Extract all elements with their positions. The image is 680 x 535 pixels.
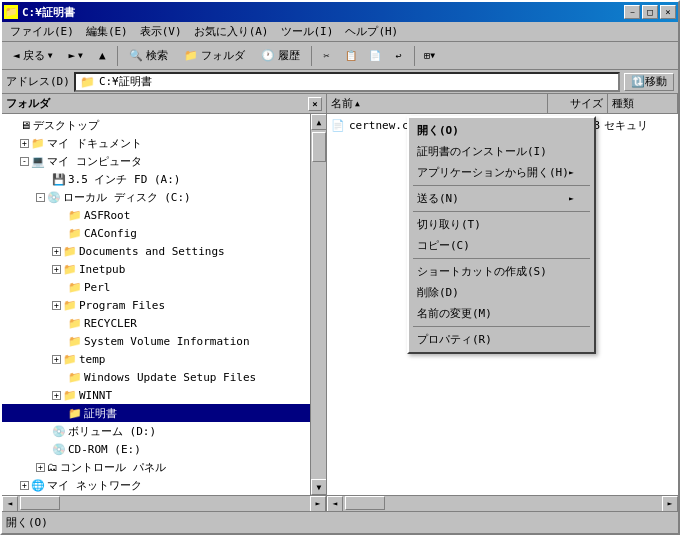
vscroll-up-btn[interactable]: ▲ <box>311 114 326 130</box>
sidebar-item-floppy[interactable]: 💾 3.5 インチ FD (A:) <box>2 170 310 188</box>
sidebar-item-progfiles[interactable]: + 📁 Program Files <box>2 296 310 314</box>
sidebar-item-mynet[interactable]: + 🌐 マイ ネットワーク <box>2 476 310 494</box>
ctx-sep-4 <box>413 326 590 327</box>
maximize-button[interactable]: □ <box>642 5 658 19</box>
menu-edit[interactable]: 編集(E) <box>80 22 134 41</box>
hscroll-thumb-files[interactable] <box>345 496 385 510</box>
address-input-field[interactable]: 📁 C:¥証明書 <box>74 72 620 92</box>
ctx-open[interactable]: 開く(O) <box>409 120 594 141</box>
history-label: 履歴 <box>278 48 300 63</box>
folder-tree[interactable]: 🖥 デスクトップ + 📁 マイ ドキュメント - 💻 <box>2 114 310 495</box>
sidebar-item-winupdate[interactable]: 📁 Windows Update Setup Files <box>2 368 310 386</box>
sidebar-item-cdrome[interactable]: 💿 CD-ROM (E:) <box>2 440 310 458</box>
sidebar-item-temp[interactable]: + 📁 temp <box>2 350 310 368</box>
expand-mycomp[interactable]: - <box>20 157 29 166</box>
col-header-type[interactable]: 種類 <box>608 94 678 113</box>
expand-progfiles[interactable]: + <box>52 301 61 310</box>
sidebar-label-ctrlpanel: コントロール パネル <box>60 460 166 475</box>
ctx-shortcut-label: ショートカットの作成(S) <box>417 264 547 279</box>
sidebar-item-docsets[interactable]: + 📁 Documents and Settings <box>2 242 310 260</box>
ctx-open-app[interactable]: アプリケーションから開く(H) ► <box>409 162 594 183</box>
hscroll-left-btn-folder[interactable]: ◄ <box>2 496 18 512</box>
menu-file[interactable]: ファイル(E) <box>4 22 80 41</box>
expand-localc[interactable]: - <box>36 193 45 202</box>
cut-icon-btn[interactable]: ✂ <box>316 45 338 67</box>
sidebar-item-sysvolinfo[interactable]: 📁 System Volume Information <box>2 332 310 350</box>
col-header-name[interactable]: 名前 ▲ <box>327 94 548 113</box>
status-text: 開く(O) <box>6 515 48 530</box>
sidebar-label-progfiles: Program Files <box>79 299 165 312</box>
vold-icon: 💿 <box>52 425 66 438</box>
search-button[interactable]: 🔍 検索 <box>122 45 175 67</box>
sidebar-label-caconfig: CAConfig <box>84 227 137 240</box>
sidebar-item-caconfig[interactable]: 📁 CAConfig <box>2 224 310 242</box>
history-button[interactable]: 🕐 履歴 <box>254 45 307 67</box>
expand-winnt[interactable]: + <box>52 391 61 400</box>
close-button[interactable]: × <box>660 5 676 19</box>
sidebar-item-mycomp[interactable]: - 💻 マイ コンピュータ <box>2 152 310 170</box>
ctx-open-app-label: アプリケーションから開く(H) <box>417 165 569 180</box>
address-go-button[interactable]: 🔃 移動 <box>624 73 674 91</box>
sidebar-item-perl[interactable]: 📁 Perl <box>2 278 310 296</box>
undo-icon-btn[interactable]: ↩ <box>388 45 410 67</box>
ctx-send[interactable]: 送る(N) ► <box>409 188 594 209</box>
sidebar-item-mydoc[interactable]: + 📁 マイ ドキュメント <box>2 134 310 152</box>
vscroll-thumb[interactable] <box>312 132 326 162</box>
title-bar: 📁 C:¥証明書 － □ × <box>2 2 678 22</box>
expand-ctrlpanel[interactable]: + <box>36 463 45 472</box>
expand-inetpub[interactable]: + <box>52 265 61 274</box>
expand-placeholder-recycler <box>52 315 68 331</box>
hscroll-thumb-folder[interactable] <box>20 496 60 510</box>
hscroll-right-btn-files[interactable]: ► <box>662 496 678 512</box>
up-button[interactable]: ▲ <box>92 45 113 67</box>
ctx-install[interactable]: 証明書のインストール(I) <box>409 141 594 162</box>
menu-bar: ファイル(E) 編集(E) 表示(V) お気に入り(A) ツール(I) ヘルプ(… <box>2 22 678 42</box>
forward-button[interactable]: ► ▼ <box>61 45 89 67</box>
ctx-cut[interactable]: 切り取り(T) <box>409 214 594 235</box>
sidebar-item-desktop[interactable]: 🖥 デスクトップ <box>2 116 310 134</box>
window-icon: 📁 <box>4 5 18 19</box>
hscroll-right-btn-folder[interactable]: ► <box>310 496 326 512</box>
sidebar-item-shomeiso[interactable]: 📁 証明書 <box>2 404 310 422</box>
col-header-size[interactable]: サイズ <box>548 94 608 113</box>
sidebar-label-vold: ボリューム (D:) <box>68 424 156 439</box>
minimize-button[interactable]: － <box>624 5 640 19</box>
folders-button[interactable]: 📁 フォルダ <box>177 45 252 67</box>
copy-icon-btn[interactable]: 📋 <box>340 45 362 67</box>
up-icon: ▲ <box>99 49 106 62</box>
ctx-properties[interactable]: プロパティ(R) <box>409 329 594 350</box>
ctx-delete[interactable]: 削除(D) <box>409 282 594 303</box>
paste-icon-btn[interactable]: 📄 <box>364 45 386 67</box>
sidebar-item-asfroot[interactable]: 📁 ASFRoot <box>2 206 310 224</box>
sidebar-item-localc[interactable]: - 💿 ローカル ディスク (C:) <box>2 188 310 206</box>
back-button[interactable]: ◄ 戻る ▼ <box>6 45 59 67</box>
expand-placeholder-vold <box>36 423 52 439</box>
sidebar-item-inetpub[interactable]: + 📁 Inetpub <box>2 260 310 278</box>
hscroll-left-btn-files[interactable]: ◄ <box>327 496 343 512</box>
sidebar-label-winnt: WINNT <box>79 389 112 402</box>
col-name-label: 名前 <box>331 96 353 111</box>
vscroll-down-btn[interactable]: ▼ <box>311 479 326 495</box>
perl-icon: 📁 <box>68 281 82 294</box>
ctx-rename-label: 名前の変更(M) <box>417 306 492 321</box>
ctx-install-label: 証明書のインストール(I) <box>417 144 547 159</box>
view-icon-btn[interactable]: ⊞ ▼ <box>419 45 441 67</box>
ctx-rename[interactable]: 名前の変更(M) <box>409 303 594 324</box>
expand-mydoc[interactable]: + <box>20 139 29 148</box>
menu-help[interactable]: ヘルプ(H) <box>339 22 404 41</box>
folder-panel-close[interactable]: × <box>308 97 322 111</box>
expand-mynet[interactable]: + <box>20 481 29 490</box>
menu-view[interactable]: 表示(V) <box>134 22 188 41</box>
sidebar-item-vold[interactable]: 💿 ボリューム (D:) <box>2 422 310 440</box>
expand-placeholder-asfroot <box>52 207 68 223</box>
ctx-shortcut[interactable]: ショートカットの作成(S) <box>409 261 594 282</box>
hscroll-track-files <box>343 496 662 512</box>
expand-docsets[interactable]: + <box>52 247 61 256</box>
sidebar-item-ctrlpanel[interactable]: + 🗂 コントロール パネル <box>2 458 310 476</box>
expand-temp[interactable]: + <box>52 355 61 364</box>
menu-tools[interactable]: ツール(I) <box>275 22 340 41</box>
sidebar-item-winnt[interactable]: + 📁 WINNT <box>2 386 310 404</box>
menu-favorites[interactable]: お気に入り(A) <box>188 22 275 41</box>
sidebar-item-recycler[interactable]: 📁 RECYCLER <box>2 314 310 332</box>
ctx-copy[interactable]: コピー(C) <box>409 235 594 256</box>
